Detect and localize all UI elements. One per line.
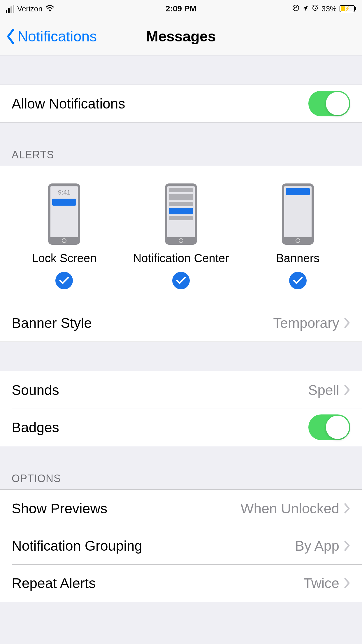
banners-check-icon <box>289 272 307 289</box>
chevron-right-icon <box>344 503 350 514</box>
notification-center-check-icon <box>172 272 190 289</box>
allow-notifications-label: Allow Notifications <box>12 96 308 112</box>
alerts-header: ALERTS <box>0 149 362 166</box>
options-section: Show Previews When Unlocked Notification… <box>0 489 362 602</box>
sounds-row[interactable]: Sounds Spell <box>0 371 362 409</box>
sounds-value: Spell <box>308 382 339 398</box>
alert-type-lock-screen[interactable]: 9:41 Lock Screen <box>6 183 122 289</box>
show-previews-row[interactable]: Show Previews When Unlocked <box>0 490 362 527</box>
allow-notifications-toggle[interactable] <box>308 91 350 116</box>
notification-grouping-label: Notification Grouping <box>12 538 295 554</box>
banners-label: Banners <box>276 252 319 265</box>
repeat-alerts-value: Twice <box>303 575 339 591</box>
sounds-label: Sounds <box>12 382 308 398</box>
orientation-lock-icon <box>292 4 299 13</box>
nav-bar: Notifications Messages <box>0 18 362 55</box>
badges-row: Badges <box>0 409 362 446</box>
location-icon <box>302 4 309 13</box>
show-previews-value: When Unlocked <box>240 501 339 517</box>
chevron-left-icon <box>6 29 16 44</box>
banner-style-label: Banner Style <box>12 315 273 331</box>
chevron-right-icon <box>344 318 350 328</box>
cellular-signal-icon <box>6 5 14 13</box>
repeat-alerts-label: Repeat Alerts <box>12 575 303 591</box>
notification-center-label: Notification Center <box>133 252 229 265</box>
allow-notifications-section: Allow Notifications <box>0 85 362 123</box>
status-right: 33% ⚡ <box>292 4 356 13</box>
battery-icon: ⚡ <box>340 5 356 12</box>
sounds-badges-section: Sounds Spell Badges <box>0 371 362 446</box>
lock-screen-label: Lock Screen <box>32 252 96 265</box>
notification-grouping-row[interactable]: Notification Grouping By App <box>0 527 362 564</box>
show-previews-label: Show Previews <box>12 501 240 517</box>
lock-screen-icon: 9:41 <box>48 183 80 245</box>
banners-icon <box>282 183 314 245</box>
status-bar: Verizon 2:09 PM 33% ⚡ <box>0 0 362 18</box>
alert-type-banners[interactable]: Banners <box>240 183 356 289</box>
repeat-alerts-row[interactable]: Repeat Alerts Twice <box>0 564 362 602</box>
wifi-icon <box>45 4 54 13</box>
status-left: Verizon <box>6 4 54 13</box>
alert-type-notification-center[interactable]: Notification Center <box>123 183 239 289</box>
page-title: Messages <box>146 28 216 45</box>
battery-percentage: 33% <box>321 4 337 13</box>
allow-notifications-row: Allow Notifications <box>0 85 362 122</box>
banner-style-row[interactable]: Banner Style Temporary <box>0 304 362 342</box>
status-time: 2:09 PM <box>166 4 196 13</box>
chevron-right-icon <box>344 385 350 395</box>
badges-label: Badges <box>12 419 308 435</box>
alarm-icon <box>312 4 319 13</box>
alerts-panel: 9:41 Lock Screen N <box>0 166 362 342</box>
lock-screen-check-icon <box>55 272 73 289</box>
notification-center-icon <box>165 183 197 245</box>
options-header: OPTIONS <box>0 473 362 489</box>
badges-toggle[interactable] <box>308 414 350 440</box>
lock-screen-time: 9:41 <box>50 186 78 196</box>
back-label: Notifications <box>17 28 97 45</box>
banner-style-value: Temporary <box>273 315 339 331</box>
back-button[interactable]: Notifications <box>0 28 97 45</box>
chevron-right-icon <box>344 540 350 551</box>
notification-grouping-value: By App <box>295 538 339 554</box>
carrier-label: Verizon <box>17 4 43 13</box>
chevron-right-icon <box>344 578 350 588</box>
